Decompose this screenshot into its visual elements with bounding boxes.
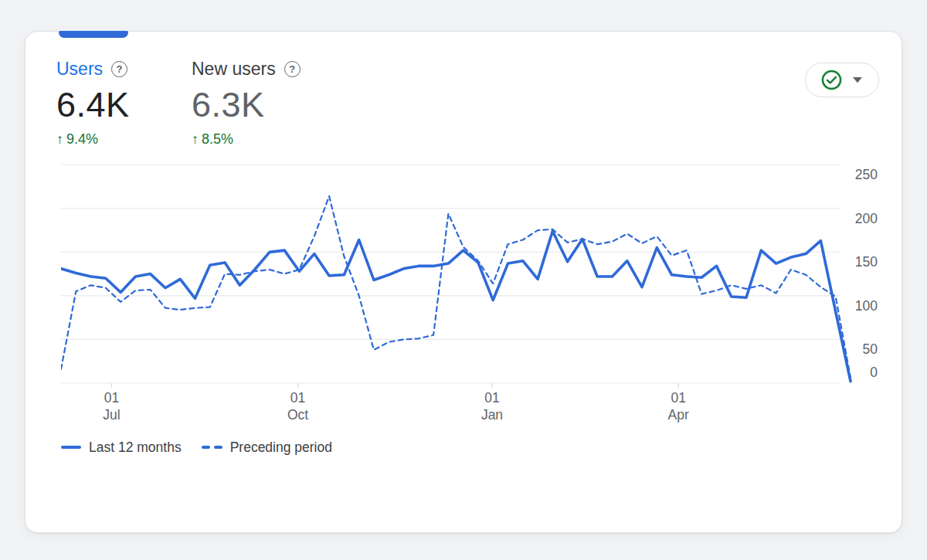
y-axis-label: 50 — [863, 341, 878, 357]
y-axis-label: 100 — [855, 298, 878, 314]
status-dropdown-button[interactable] — [805, 63, 879, 97]
series-solid[interactable] — [61, 231, 851, 382]
metric-label-row: Users ? — [56, 56, 188, 81]
caret-down-icon — [852, 76, 863, 83]
y-axis-label: 150 — [855, 254, 878, 270]
help-icon[interactable]: ? — [284, 61, 301, 77]
metric-value-users: 6.4K — [56, 87, 188, 123]
help-icon[interactable]: ? — [111, 61, 127, 77]
metric-delta-new-users: ↑ 8.5% — [192, 131, 323, 148]
tab-users-metric[interactable]: Users ? 6.4K ↑ 9.4% — [56, 56, 188, 148]
line-chart[interactable]: 05010015020025001Jul01Oct01Jan01Apr — [61, 161, 881, 428]
metric-label-new-users[interactable]: New users — [192, 59, 276, 80]
tab-new-users-metric[interactable]: New users ? 6.3K ↑ 8.5% — [192, 56, 323, 148]
legend-label: Preceding period — [230, 440, 332, 456]
chart-legend: Last 12 months Preceding period — [61, 436, 332, 458]
solid-line-swatch — [61, 446, 81, 450]
metric-value-new-users: 6.3K — [192, 87, 323, 123]
series-dashed[interactable] — [61, 196, 851, 378]
x-axis-label-day: 01 — [290, 390, 305, 406]
metric-delta-users: ↑ 9.4% — [56, 131, 188, 148]
check-circle-icon — [821, 70, 842, 90]
x-axis-label-day: 01 — [671, 390, 685, 406]
metric-label-row: New users ? — [192, 56, 323, 81]
y-axis-label: 250 — [855, 167, 878, 182]
legend-item-preceding-period[interactable]: Preceding period — [202, 440, 332, 456]
active-tab-indicator — [59, 31, 128, 38]
metric-label-users[interactable]: Users — [56, 59, 103, 80]
delta-value: 8.5% — [202, 131, 233, 148]
y-axis-label: 0 — [870, 365, 878, 380]
dashed-line-swatch — [202, 446, 222, 450]
chart-area: 05010015020025001Jul01Oct01Jan01Apr — [61, 161, 881, 428]
x-axis-label-month: Jan — [481, 407, 503, 423]
up-arrow-icon: ↑ — [192, 131, 199, 148]
x-axis-label-month: Apr — [668, 407, 689, 423]
metrics-card: Users ? 6.4K ↑ 9.4% New users ? 6.3K ↑ 8… — [25, 31, 902, 533]
legend-label: Last 12 months — [89, 440, 182, 456]
delta-value: 9.4% — [66, 131, 98, 148]
up-arrow-icon: ↑ — [56, 131, 63, 148]
x-axis-label-day: 01 — [104, 390, 119, 406]
x-axis-label-month: Oct — [287, 407, 308, 423]
legend-item-last-12-months[interactable]: Last 12 months — [61, 440, 182, 456]
x-axis-label-month: Jul — [103, 407, 120, 423]
y-axis-label: 200 — [855, 211, 878, 226]
x-axis-label-day: 01 — [484, 390, 499, 406]
